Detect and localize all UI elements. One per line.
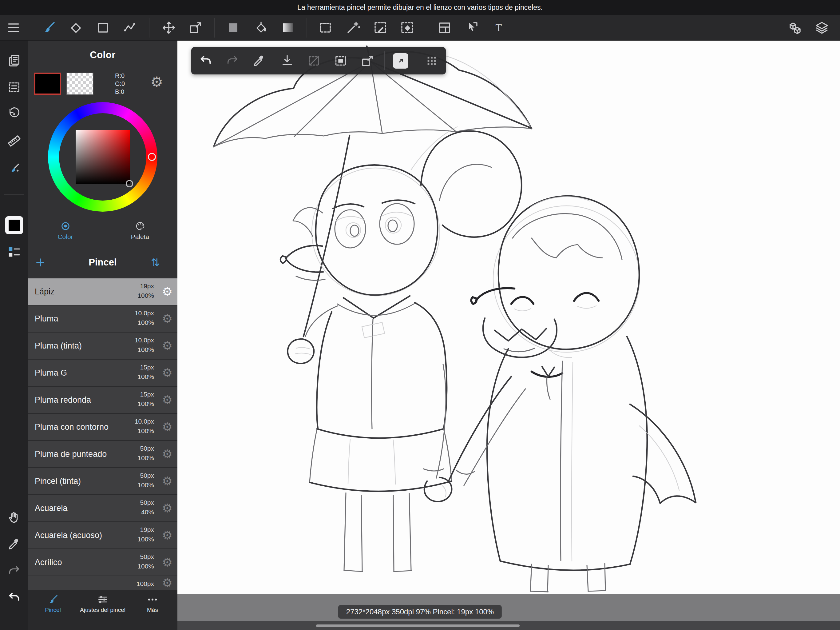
hue-marker[interactable]: [148, 153, 156, 161]
layers-panel-button[interactable]: [812, 18, 832, 38]
horizontal-scrollbar[interactable]: [316, 624, 519, 627]
object-select-tool-button[interactable]: [462, 18, 482, 38]
tab-mas[interactable]: Más: [128, 590, 177, 630]
brush-tool-button[interactable]: [39, 18, 59, 38]
share-button[interactable]: [392, 52, 410, 70]
bottom-strip: [177, 621, 840, 630]
rgb-g: G:0: [115, 80, 125, 88]
text-tool-button[interactable]: T: [489, 18, 508, 38]
eraser-tool-button[interactable]: [66, 18, 85, 38]
cursor-select-icon: [464, 20, 479, 35]
brush-decoration-button[interactable]: [7, 161, 21, 175]
deselect-tool-button[interactable]: [397, 18, 417, 38]
brush-opacity: 100%: [137, 453, 154, 463]
toolbar-drag-handle[interactable]: [422, 52, 441, 70]
brush-settings-gear-icon[interactable]: ⚙: [162, 285, 172, 298]
magic-wand-tool-button[interactable]: [343, 18, 363, 38]
tab-pincel[interactable]: Pincel: [28, 590, 78, 630]
tab-color[interactable]: Color: [28, 215, 103, 246]
brush-settings-gear-icon[interactable]: ⚙: [162, 366, 172, 380]
polyline-tool-button[interactable]: [120, 18, 140, 38]
selection-off-button[interactable]: [305, 52, 323, 70]
ruler-button[interactable]: [7, 134, 21, 148]
save-download-button[interactable]: [278, 52, 297, 70]
select-rect-tool-button[interactable]: [316, 18, 335, 38]
brush-opacity: 100%: [135, 426, 154, 435]
gradient-tool-button[interactable]: [278, 18, 298, 38]
rotate-canvas-button[interactable]: [7, 107, 21, 121]
layer-list-button[interactable]: [7, 245, 21, 259]
foreground-swatch[interactable]: [34, 73, 61, 95]
sort-brushes-button[interactable]: ⇅: [151, 256, 160, 269]
brush-size: 15px: [137, 389, 154, 399]
pages-button[interactable]: [7, 54, 21, 68]
brush-settings-gear-icon[interactable]: ⚙: [162, 393, 172, 407]
transform-tool-button[interactable]: [186, 18, 205, 38]
brush-item[interactable]: Acuarela50px40%⚙: [28, 495, 177, 522]
transform-icon: [188, 20, 203, 35]
brush-item[interactable]: Acuarela (acuoso)19px100%⚙: [28, 522, 177, 549]
rgb-readout: R:0 G:0 B:0: [115, 72, 125, 96]
shape-tool-button[interactable]: [93, 18, 113, 38]
menu-button[interactable]: [4, 18, 24, 38]
bucket-tool-button[interactable]: [251, 18, 271, 38]
deselect-eraser-icon: [400, 20, 414, 35]
fill-square-tool-button[interactable]: [223, 18, 243, 38]
color-wheel-area: [28, 98, 177, 215]
brush-settings-gear-icon[interactable]: ⚙: [162, 529, 172, 542]
color-settings-gear-icon[interactable]: ⚙: [150, 73, 163, 90]
eyedropper-button[interactable]: [7, 537, 21, 551]
tab-ajustes-del-pincel[interactable]: Ajustes del pincel: [78, 590, 128, 630]
transparent-swatch[interactable]: [66, 73, 93, 95]
redo-button[interactable]: [7, 564, 21, 578]
brush-meta: 10.0px100%: [135, 416, 154, 435]
brush-item[interactable]: Pluma con contorno10.0px100%⚙: [28, 414, 177, 441]
panel-divide-tool-button[interactable]: [435, 18, 455, 38]
brush-opacity: 100%: [137, 561, 154, 571]
sv-marker[interactable]: [126, 180, 133, 187]
brush-settings-gear-icon[interactable]: ⚙: [162, 312, 172, 326]
brush-settings-gear-icon[interactable]: ⚙: [162, 447, 172, 461]
status-readout: 2732*2048px 350dpi 97% Pincel: 19px 100%: [338, 605, 502, 619]
brush-settings-gear-icon[interactable]: ⚙: [162, 502, 172, 515]
brush-settings-gear-icon[interactable]: ⚙: [162, 339, 172, 353]
brush-item[interactable]: Pluma G15px100%⚙: [28, 359, 177, 387]
brush-opacity: 100%: [135, 318, 154, 327]
brush-opacity: 100%: [137, 480, 154, 490]
toolbar-separator: [214, 18, 215, 38]
brush-opacity: 100%: [137, 399, 154, 408]
canvas-eyedropper-button[interactable]: [250, 52, 268, 70]
selection-show-icon: [333, 54, 348, 68]
brush-item[interactable]: Lápiz19px100%⚙: [28, 279, 177, 306]
transform-icon: [360, 54, 374, 68]
brush-name: Pluma redonda: [35, 387, 91, 413]
brush-settings-gear-icon[interactable]: ⚙: [162, 474, 172, 488]
undo-button[interactable]: [7, 590, 21, 605]
brush-item[interactable]: Pluma redonda15px100%⚙: [28, 387, 177, 414]
hand-tool-button[interactable]: [7, 510, 21, 524]
select-pen-tool-button[interactable]: [371, 18, 390, 38]
foreground-color-swatch-button[interactable]: [5, 216, 23, 234]
canvas-undo-button[interactable]: [196, 52, 215, 70]
brush-settings-gear-icon[interactable]: ⚙: [162, 420, 172, 434]
canvas-redo-button[interactable]: [223, 52, 242, 70]
transform-export-button[interactable]: [358, 52, 377, 70]
brush-settings-gear-icon[interactable]: ⚙: [162, 576, 172, 590]
brush-name: Pluma G: [35, 359, 67, 386]
material-panel-button[interactable]: [785, 18, 805, 38]
tab-paleta[interactable]: Paleta: [103, 215, 177, 246]
brush-item[interactable]: 100px⚙: [28, 576, 177, 590]
brush-icon: [41, 20, 56, 35]
canvas[interactable]: [177, 41, 840, 594]
brush-item[interactable]: Acrílico50px100%⚙: [28, 549, 177, 576]
brush-settings-gear-icon[interactable]: ⚙: [162, 556, 172, 569]
brush-item[interactable]: Pluma10.0px100%⚙: [28, 306, 177, 332]
brush-item[interactable]: Pincel (tinta)50px100%⚙: [28, 468, 177, 495]
brush-item[interactable]: Pluma (tinta)10.0px100%⚙: [28, 332, 177, 359]
move-tool-button[interactable]: [159, 18, 178, 38]
selection-show-button[interactable]: [332, 52, 350, 70]
brush-size: 10.0px: [135, 335, 154, 345]
brush-item[interactable]: Pluma de punteado50px100%⚙: [28, 441, 177, 468]
select-area-button[interactable]: [7, 80, 21, 95]
saturation-value-square[interactable]: [76, 130, 130, 184]
